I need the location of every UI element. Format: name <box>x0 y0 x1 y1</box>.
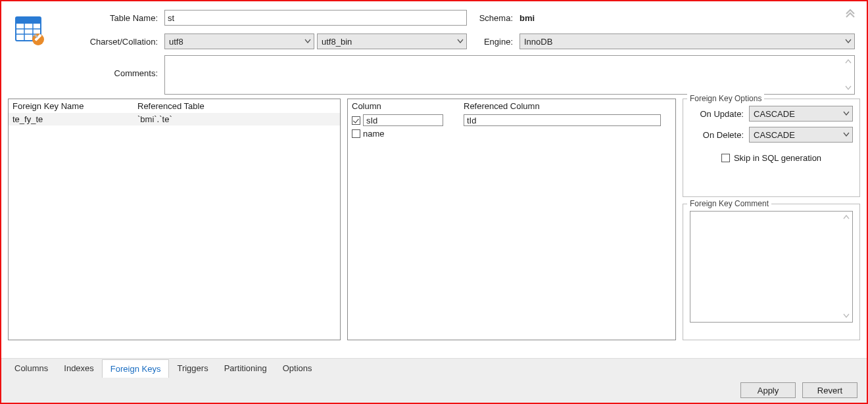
fk-comment-fieldset: Foreign Key Comment <box>683 204 860 340</box>
scroll-up-icon[interactable] <box>842 213 851 222</box>
ref-column-header: Referenced Column <box>464 101 540 111</box>
chevron-down-icon <box>843 131 850 138</box>
engine-label: Engine: <box>467 37 519 47</box>
fk-right-column: Foreign Key Options On Update: CASCADE O… <box>683 99 860 340</box>
fk-comment-textarea[interactable] <box>690 211 853 323</box>
fk-columns-panel: Column Referenced Column name <box>347 99 676 340</box>
editor-tabs: Columns Indexes Foreign Keys Triggers Pa… <box>1 358 867 378</box>
comments-label: Comments: <box>62 55 164 78</box>
tab-foreign-keys[interactable]: Foreign Keys <box>102 359 170 378</box>
table-properties-form: Table Name: Schema: bmi Charset/Collatio… <box>1 1 867 99</box>
fk-options-fieldset: Foreign Key Options On Update: CASCADE O… <box>683 99 860 197</box>
engine-select[interactable]: InnoDB <box>519 34 855 49</box>
ref-table-header: Referenced Table <box>137 101 205 111</box>
collation-select[interactable]: utf8_bin <box>317 34 467 49</box>
on-delete-select[interactable]: CASCADE <box>749 127 853 143</box>
fk-list-panel: Foreign Key Name Referenced Table te_fy_… <box>8 99 341 340</box>
fk-list-header: Foreign Key Name Referenced Table <box>9 99 340 113</box>
table-editor-window: Table Name: Schema: bmi Charset/Collatio… <box>0 0 868 404</box>
comments-textarea[interactable] <box>164 55 855 95</box>
foreign-keys-editor: Foreign Key Name Referenced Table te_fy_… <box>1 99 867 340</box>
on-delete-label: On Delete: <box>690 130 749 140</box>
charset-select[interactable]: utf8 <box>164 34 314 49</box>
fk-name-header: Foreign Key Name <box>12 101 137 111</box>
fk-columns-header: Column Referenced Column <box>348 99 675 113</box>
tab-partitioning[interactable]: Partitioning <box>216 359 275 377</box>
column-header: Column <box>352 101 464 111</box>
chevron-down-icon <box>843 110 850 117</box>
tab-indexes[interactable]: Indexes <box>56 359 102 377</box>
on-update-value: CASCADE <box>754 109 795 119</box>
on-update-select[interactable]: CASCADE <box>749 106 853 122</box>
chevron-down-icon <box>304 38 311 45</box>
revert-button[interactable]: Revert <box>802 382 857 398</box>
scroll-down-icon[interactable] <box>844 83 853 93</box>
column-checkbox[interactable] <box>352 116 360 125</box>
action-bar: Apply Revert <box>1 378 867 403</box>
fk-row[interactable]: te_fy_te `bmi`.`te` <box>9 113 340 125</box>
chevron-down-icon <box>457 38 464 45</box>
on-update-label: On Update: <box>690 109 749 119</box>
ref-column-input[interactable] <box>464 114 661 126</box>
fk-options-legend: Foreign Key Options <box>687 94 764 103</box>
column-name-label: name <box>363 129 385 139</box>
on-delete-value: CASCADE <box>754 130 795 140</box>
tab-options[interactable]: Options <box>275 359 320 377</box>
svg-rect-1 <box>16 17 41 24</box>
collation-value: utf8_bin <box>322 37 352 47</box>
tab-triggers[interactable]: Triggers <box>169 359 216 377</box>
engine-value: InnoDB <box>524 37 552 47</box>
chevron-down-icon <box>845 38 852 45</box>
fk-ref-cell: `bmi`.`te` <box>137 114 172 124</box>
scroll-down-icon[interactable] <box>842 311 851 321</box>
table-icon <box>13 8 62 95</box>
table-name-label: Table Name: <box>62 13 164 23</box>
scroll-up-icon[interactable] <box>844 57 853 66</box>
charset-label: Charset/Collation: <box>62 37 164 47</box>
fk-column-row[interactable] <box>348 113 675 127</box>
schema-value: bmi <box>519 13 535 23</box>
charset-value: utf8 <box>169 37 183 47</box>
tab-columns[interactable]: Columns <box>7 359 56 377</box>
fk-comment-legend: Foreign Key Comment <box>687 199 771 208</box>
apply-button[interactable]: Apply <box>740 382 796 398</box>
table-name-input[interactable] <box>164 10 467 26</box>
column-checkbox[interactable] <box>352 129 360 138</box>
schema-label: Schema: <box>467 13 519 23</box>
fk-column-row[interactable]: name <box>348 127 675 140</box>
skip-sql-label: Skip in SQL generation <box>734 153 821 163</box>
column-name-input[interactable] <box>363 114 443 126</box>
collapse-panel-icon[interactable] <box>844 7 856 20</box>
fk-name-cell: te_fy_te <box>12 114 137 124</box>
skip-sql-checkbox[interactable] <box>721 154 730 162</box>
